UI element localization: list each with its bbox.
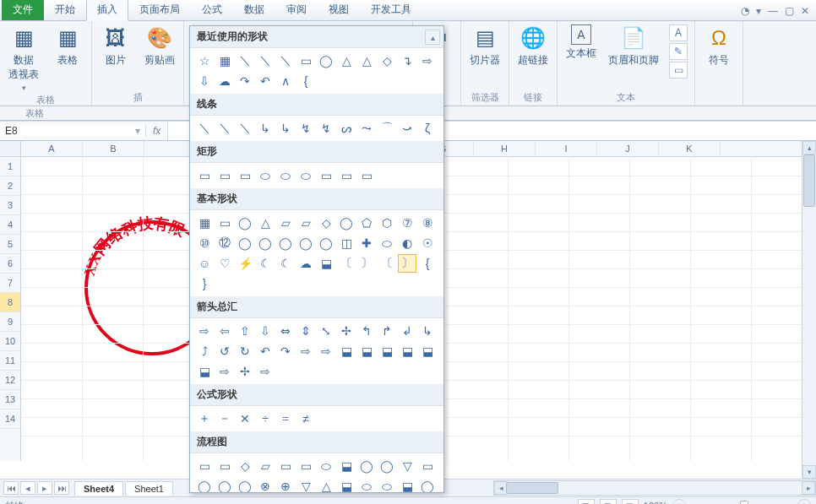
shape-item[interactable]: ▭ xyxy=(236,166,254,185)
shape-item[interactable]: ↱ xyxy=(378,322,396,340)
shape-item[interactable]: ↺ xyxy=(215,342,234,360)
tab-review[interactable]: 审阅 xyxy=(275,0,318,20)
shape-item[interactable]: ↰ xyxy=(357,322,376,340)
shape-item[interactable]: ᔕ xyxy=(337,119,356,138)
shape-item[interactable]: ⬓ xyxy=(357,342,376,360)
shape-item[interactable]: ⊕ xyxy=(276,477,295,493)
shape-item[interactable]: ⬭ xyxy=(296,166,315,185)
shape-item[interactable]: ⬓ xyxy=(195,362,214,381)
shape-item[interactable]: ☉ xyxy=(418,234,437,252)
shape-item[interactable]: ▽ xyxy=(398,457,416,475)
shape-item[interactable]: ⬓ xyxy=(317,254,335,273)
slicer-button[interactable]: ▤切片器 xyxy=(468,24,502,68)
name-box[interactable]: E8▾ xyxy=(0,125,146,137)
shape-item[interactable]: { xyxy=(418,254,437,273)
shape-item[interactable]: ↲ xyxy=(398,322,416,340)
col-B[interactable]: B xyxy=(83,141,144,156)
view-layout-icon[interactable]: ▥ xyxy=(600,499,617,504)
sheet-next-icon[interactable]: ▸ xyxy=(37,481,52,495)
shape-item[interactable]: ⬡ xyxy=(378,214,396,232)
shape-item[interactable]: ▱ xyxy=(256,457,275,475)
scroll-up-icon[interactable]: ▴ xyxy=(802,141,816,154)
view-normal-icon[interactable]: ▦ xyxy=(578,499,595,504)
tab-formula[interactable]: 公式 xyxy=(191,0,233,20)
shape-item[interactable]: ↶ xyxy=(256,342,275,360)
shape-item[interactable]: ◯ xyxy=(236,234,254,252)
shape-item[interactable]: { xyxy=(296,72,315,90)
shape-item[interactable]: ◯ xyxy=(317,234,335,252)
shape-item[interactable]: ＼ xyxy=(236,119,254,138)
shape-item[interactable]: ◯ xyxy=(317,51,335,70)
col-K[interactable]: K xyxy=(659,141,721,156)
shape-item[interactable]: ÷ xyxy=(256,409,275,428)
wordart-button[interactable]: A xyxy=(669,24,688,41)
select-all-corner[interactable] xyxy=(0,141,21,156)
shape-item[interactable]: ⇧ xyxy=(236,322,254,340)
shape-item[interactable]: ◯ xyxy=(337,214,356,232)
shape-item[interactable]: ☁ xyxy=(296,254,315,273)
shape-item[interactable]: ⇨ xyxy=(317,342,335,360)
shape-item[interactable]: ⬓ xyxy=(337,342,356,360)
tab-insert[interactable]: 插入 xyxy=(86,0,128,21)
shape-item[interactable]: ▭ xyxy=(296,457,315,475)
ribbon-min-icon[interactable]: ▾ xyxy=(756,5,761,17)
shape-item[interactable]: 〕 xyxy=(357,254,376,273)
row-4[interactable]: 4 xyxy=(0,215,20,235)
zoom-knob[interactable] xyxy=(740,501,748,504)
shape-item[interactable]: ⤻ xyxy=(398,119,416,138)
shape-item[interactable]: ▭ xyxy=(215,166,234,185)
shape-item[interactable]: ◯ xyxy=(215,477,234,493)
shape-item[interactable]: ◫ xyxy=(337,234,356,252)
shape-item[interactable]: ⤴ xyxy=(195,342,214,360)
shape-item[interactable]: ↷ xyxy=(236,72,254,90)
shape-item[interactable]: ⬭ xyxy=(276,166,295,185)
shape-item[interactable]: ⇨ xyxy=(256,362,275,381)
scroll-down-icon[interactable]: ▾ xyxy=(802,465,816,479)
shape-item[interactable]: ◯ xyxy=(236,214,254,232)
clipart-button[interactable]: 🎨剪贴画 xyxy=(143,24,177,68)
shape-item[interactable]: ◯ xyxy=(276,234,295,252)
shape-item[interactable]: ◇ xyxy=(378,51,396,70)
row-13[interactable]: 13 xyxy=(0,390,20,409)
tab-file[interactable]: 文件 xyxy=(2,0,44,20)
shape-item[interactable]: ☾ xyxy=(276,254,295,273)
shape-item[interactable]: ⤡ xyxy=(317,322,335,340)
shape-item[interactable]: ◯ xyxy=(296,234,315,252)
shape-item[interactable]: ⬠ xyxy=(357,214,376,232)
shape-item[interactable]: ♡ xyxy=(215,254,234,273)
vertical-scrollbar[interactable]: ▴ ▾ xyxy=(802,141,816,479)
row-11[interactable]: 11 xyxy=(0,351,20,371)
shape-item[interactable]: ⬭ xyxy=(256,166,275,185)
shape-item[interactable]: ⬓ xyxy=(398,342,416,360)
shape-item[interactable]: ⑧ xyxy=(418,214,437,232)
h-scroll-thumb[interactable] xyxy=(506,482,558,494)
tab-dev[interactable]: 开发工具 xyxy=(360,0,422,20)
shape-item[interactable]: ⊗ xyxy=(256,477,275,493)
shape-item[interactable]: ⇨ xyxy=(195,322,214,340)
shape-item[interactable]: ↯ xyxy=(296,119,315,138)
shape-item[interactable]: － xyxy=(215,409,234,428)
row-8[interactable]: 8 xyxy=(0,293,20,312)
shape-item[interactable]: ＼ xyxy=(195,119,214,138)
shape-item[interactable]: ▭ xyxy=(418,457,437,475)
shape-item[interactable]: ≠ xyxy=(296,409,315,428)
help-icon[interactable]: ◔ xyxy=(741,5,749,17)
shape-item[interactable]: ☆ xyxy=(195,51,214,70)
shape-item[interactable]: ▭ xyxy=(357,166,376,185)
shape-item[interactable]: ⬓ xyxy=(378,342,396,360)
minimize-icon[interactable]: — xyxy=(768,5,778,17)
shape-item[interactable]: ⇔ xyxy=(276,322,295,340)
shape-item[interactable]: ⑫ xyxy=(215,234,234,252)
shape-item[interactable]: ◇ xyxy=(317,214,335,232)
shape-item[interactable]: ＋ xyxy=(195,409,214,428)
shape-item[interactable]: ⌒ xyxy=(378,119,396,138)
shape-item[interactable]: ⇦ xyxy=(215,322,234,340)
shape-item[interactable]: ▱ xyxy=(276,214,295,232)
shape-item[interactable]: ✕ xyxy=(236,409,254,428)
shape-item[interactable]: ⇩ xyxy=(256,322,275,340)
shape-item[interactable]: △ xyxy=(337,51,356,70)
shape-item[interactable]: 〕 xyxy=(398,254,416,273)
shape-item[interactable]: ⑦ xyxy=(398,214,416,232)
shape-item[interactable]: ◯ xyxy=(418,477,437,493)
shape-item[interactable]: ＝ xyxy=(276,409,295,428)
